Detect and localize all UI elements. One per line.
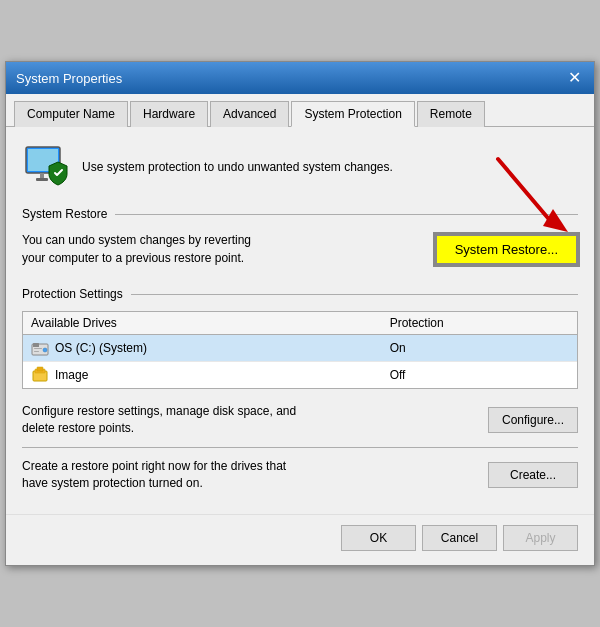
title-bar: System Properties ✕ — [6, 62, 594, 94]
tab-system-protection[interactable]: System Protection — [291, 101, 414, 127]
system-restore-button[interactable]: System Restore... — [435, 234, 578, 265]
tab-hardware[interactable]: Hardware — [130, 101, 208, 127]
restore-description: You can undo system changes by reverting… — [22, 231, 423, 267]
section-divider-line — [115, 214, 578, 215]
svg-rect-7 — [33, 343, 39, 347]
create-button[interactable]: Create... — [488, 462, 578, 488]
create-action-row: Create a restore point right now for the… — [22, 458, 578, 492]
section-divider-line2 — [131, 294, 578, 295]
drive-image-protection: Off — [390, 368, 569, 382]
system-properties-window: System Properties ✕ Computer Name Hardwa… — [5, 61, 595, 565]
info-text: Use system protection to undo unwanted s… — [82, 160, 393, 174]
svg-point-8 — [43, 348, 47, 352]
system-restore-row: You can undo system changes by reverting… — [22, 231, 578, 267]
system-restore-section-header: System Restore — [22, 207, 578, 221]
configure-button[interactable]: Configure... — [488, 407, 578, 433]
tab-bar: Computer Name Hardware Advanced System P… — [6, 94, 594, 127]
svg-rect-9 — [34, 348, 42, 349]
protection-settings-label: Protection Settings — [22, 287, 123, 301]
svg-rect-3 — [36, 178, 48, 181]
drive-c-name: OS (C:) (System) — [31, 339, 390, 357]
system-restore-button-wrap: System Restore... — [435, 234, 578, 265]
tab-content: Use system protection to undo unwanted s… — [6, 127, 594, 513]
tab-remote[interactable]: Remote — [417, 101, 485, 127]
drive-c-protection: On — [390, 341, 569, 355]
tab-advanced[interactable]: Advanced — [210, 101, 289, 127]
system-restore-label: System Restore — [22, 207, 107, 221]
system-protection-icon — [22, 143, 70, 191]
info-banner: Use system protection to undo unwanted s… — [22, 143, 578, 191]
drive-image-name: Image — [31, 366, 390, 384]
close-button[interactable]: ✕ — [564, 68, 584, 88]
table-row[interactable]: Image Off — [23, 362, 577, 388]
window-title: System Properties — [16, 71, 122, 86]
table-row[interactable]: OS (C:) (System) On — [23, 335, 577, 362]
ok-button[interactable]: OK — [341, 525, 416, 551]
configure-action-row: Configure restore settings, manage disk … — [22, 403, 578, 437]
svg-rect-13 — [37, 367, 43, 371]
col-header-protection: Protection — [390, 316, 569, 330]
protection-table: Available Drives Protection — [22, 311, 578, 389]
svg-rect-10 — [34, 351, 39, 352]
col-header-drives: Available Drives — [31, 316, 390, 330]
apply-button[interactable]: Apply — [503, 525, 578, 551]
drive-image-icon — [31, 366, 49, 384]
footer-buttons: OK Cancel Apply — [6, 514, 594, 565]
tab-computer-name[interactable]: Computer Name — [14, 101, 128, 127]
table-header-row: Available Drives Protection — [23, 312, 577, 335]
cancel-button[interactable]: Cancel — [422, 525, 497, 551]
configure-description: Configure restore settings, manage disk … — [22, 403, 478, 437]
section-divider — [22, 447, 578, 448]
drive-c-icon — [31, 339, 49, 357]
protection-settings-header: Protection Settings — [22, 287, 578, 301]
create-description: Create a restore point right now for the… — [22, 458, 478, 492]
